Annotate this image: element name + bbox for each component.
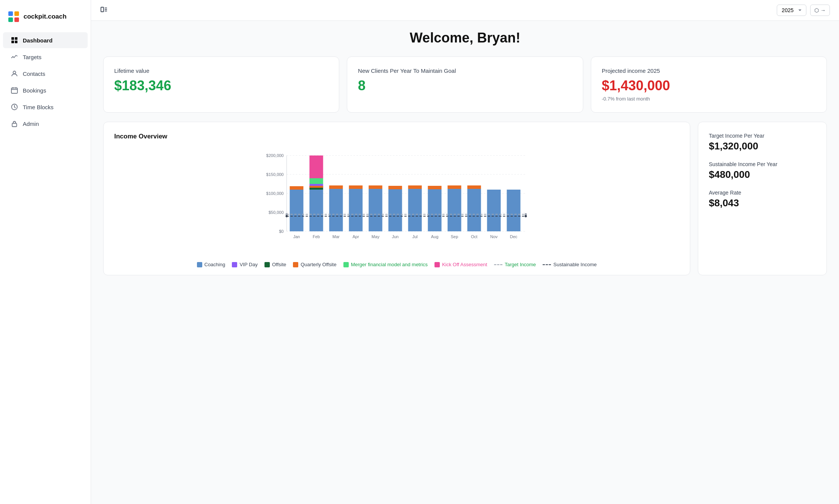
bar-feb-offsite bbox=[310, 188, 323, 190]
svg-text:Nov: Nov bbox=[490, 234, 498, 239]
legend-offsite: Offsite bbox=[264, 262, 286, 267]
metric-target-income: Target Income Per Year $1,320,000 bbox=[709, 133, 816, 152]
bar-feb-kickoff bbox=[310, 155, 323, 178]
svg-rect-46 bbox=[487, 190, 501, 231]
svg-text:Oct: Oct bbox=[471, 234, 477, 239]
svg-rect-42 bbox=[448, 189, 461, 231]
svg-text:$150,000: $150,000 bbox=[266, 172, 284, 177]
svg-rect-40 bbox=[428, 189, 442, 231]
sidebar-item-bookings[interactable]: Bookings bbox=[3, 82, 88, 98]
legend-dot-merger bbox=[343, 262, 349, 267]
svg-text:Aug: Aug bbox=[431, 234, 439, 239]
metric-label-sustainable: Sustainable Income Per Year bbox=[709, 161, 816, 167]
bar-feb-coaching bbox=[310, 190, 323, 231]
topbar-right: 2025 2024 2023 2026 ⬡ → bbox=[777, 5, 830, 16]
topbar: 2025 2024 2023 2026 ⬡ → bbox=[91, 0, 839, 21]
legend-sustainable-income: Sustainable Income bbox=[543, 262, 597, 267]
stat-label-new-clients: New Clients Per Year To Maintain Goal bbox=[358, 68, 572, 74]
legend-quarterly-offsite: Quarterly Offsite bbox=[293, 262, 336, 267]
legend-dot-kickoff bbox=[434, 262, 440, 267]
legend-vip-day: VIP Day bbox=[232, 262, 257, 267]
svg-text:Mar: Mar bbox=[332, 234, 340, 239]
svg-text:Jul: Jul bbox=[412, 234, 417, 239]
svg-rect-14 bbox=[12, 123, 17, 127]
metric-average-rate: Average Rate $8,043 bbox=[709, 190, 816, 209]
logo: cockpit.coach bbox=[0, 6, 91, 32]
grid-icon bbox=[11, 36, 18, 44]
svg-text:May: May bbox=[371, 234, 379, 239]
page-content: Welcome, Bryan! Lifetime value $183,346 … bbox=[91, 21, 839, 504]
svg-rect-4 bbox=[11, 37, 14, 40]
metrics-card: Target Income Per Year $1,320,000 Sustai… bbox=[698, 122, 827, 275]
stat-card-new-clients: New Clients Per Year To Maintain Goal 8 bbox=[347, 57, 583, 113]
legend-label-merger: Merger financial model and metrics bbox=[351, 262, 428, 267]
sidebar-item-admin[interactable]: Admin bbox=[3, 116, 88, 132]
stats-row: Lifetime value $183,346 New Clients Per … bbox=[103, 57, 827, 113]
svg-rect-38 bbox=[408, 189, 422, 231]
sidebar-item-contacts[interactable]: Contacts bbox=[3, 66, 88, 82]
welcome-title: Welcome, Bryan! bbox=[103, 30, 827, 46]
stat-label-projected: Projected income 2025 bbox=[602, 68, 816, 74]
svg-rect-39 bbox=[408, 185, 422, 189]
legend-label-sustainable: Sustainable Income bbox=[553, 262, 597, 267]
svg-rect-15 bbox=[101, 7, 104, 12]
sidebar-item-targets[interactable]: Targets bbox=[3, 49, 88, 65]
sidebar-item-time-blocks[interactable]: Time Blocks bbox=[3, 99, 88, 115]
svg-rect-37 bbox=[389, 186, 402, 189]
sidebar-item-dashboard[interactable]: Dashboard bbox=[3, 32, 88, 48]
year-select[interactable]: 2025 2024 2023 2026 bbox=[777, 5, 806, 16]
metric-label-avgrate: Average Rate bbox=[709, 190, 816, 196]
legend-label-coaching: Coaching bbox=[205, 262, 225, 267]
stat-card-projected-income: Projected income 2025 $1,430,000 -0.7% f… bbox=[591, 57, 827, 113]
stat-card-lifetime-value: Lifetime value $183,346 bbox=[103, 57, 339, 113]
stat-label-lifetime: Lifetime value bbox=[114, 68, 328, 74]
legend-line-target bbox=[494, 264, 502, 265]
svg-rect-45 bbox=[468, 185, 481, 189]
bookings-icon bbox=[11, 86, 18, 94]
sidebar-label-contacts: Contacts bbox=[23, 71, 45, 77]
contacts-icon bbox=[11, 70, 18, 77]
sidebar-label-time-blocks: Time Blocks bbox=[23, 104, 54, 110]
svg-text:Sep: Sep bbox=[451, 234, 458, 239]
svg-rect-36 bbox=[389, 189, 402, 231]
svg-text:$100,000: $100,000 bbox=[266, 191, 284, 196]
svg-rect-34 bbox=[369, 189, 383, 231]
svg-text:$0: $0 bbox=[279, 229, 283, 234]
svg-rect-30 bbox=[329, 189, 343, 231]
legend-dot-quarterly-offsite bbox=[293, 262, 298, 267]
admin-icon bbox=[11, 120, 18, 127]
legend-kickoff: Kick Off Assessment bbox=[434, 262, 487, 267]
bar-feb-qoffsite bbox=[310, 186, 323, 188]
bar-jan-coaching bbox=[290, 190, 304, 231]
svg-rect-9 bbox=[11, 88, 17, 93]
income-chart: .grid-line { stroke: #d1d5db; stroke-wid… bbox=[114, 148, 679, 254]
svg-rect-33 bbox=[349, 185, 363, 189]
legend-label-quarterly-offsite: Quarterly Offsite bbox=[301, 262, 336, 267]
svg-rect-44 bbox=[468, 189, 481, 231]
sidebar-toggle-button[interactable] bbox=[100, 6, 108, 15]
legend-label-vipday: VIP Day bbox=[239, 262, 257, 267]
targets-icon bbox=[11, 53, 18, 61]
legend-target-income: Target Income bbox=[494, 262, 536, 267]
svg-point-51 bbox=[525, 215, 527, 217]
topbar-left bbox=[100, 6, 108, 15]
app-name: cockpit.coach bbox=[24, 13, 66, 20]
metric-label-target: Target Income Per Year bbox=[709, 133, 816, 139]
svg-rect-43 bbox=[448, 185, 461, 189]
svg-text:Jun: Jun bbox=[392, 234, 399, 239]
metric-sustainable-income: Sustainable Income Per Year $480,000 bbox=[709, 161, 816, 181]
svg-point-8 bbox=[13, 71, 16, 74]
svg-rect-0 bbox=[8, 11, 13, 16]
sidebar-label-dashboard: Dashboard bbox=[23, 37, 52, 44]
logo-icon bbox=[8, 11, 20, 23]
svg-point-50 bbox=[286, 215, 288, 217]
sidebar: cockpit.coach Dashboard Targets Contacts… bbox=[0, 0, 91, 504]
legend-label-offsite: Offsite bbox=[272, 262, 286, 267]
export-button[interactable]: ⬡ → bbox=[810, 5, 830, 16]
sidebar-label-targets: Targets bbox=[23, 54, 41, 60]
svg-rect-2 bbox=[8, 17, 13, 22]
legend-dot-vipday bbox=[232, 262, 237, 267]
stat-value-lifetime: $183,346 bbox=[114, 78, 328, 94]
legend-dot-offsite bbox=[264, 262, 270, 267]
svg-text:$200,000: $200,000 bbox=[266, 153, 284, 158]
